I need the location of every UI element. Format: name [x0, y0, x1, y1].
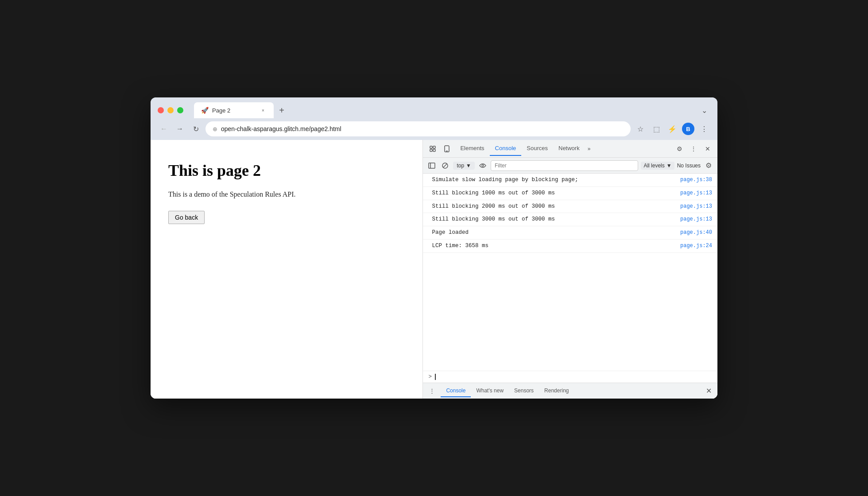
profile-button[interactable]: B — [682, 123, 694, 135]
console-message: Still blocking 2000 ms out of 3000 ms — [432, 202, 555, 211]
console-eye-button[interactable] — [477, 160, 488, 171]
svg-rect-0 — [430, 146, 432, 148]
svg-point-10 — [482, 165, 484, 167]
reload-button[interactable]: ↻ — [190, 123, 202, 135]
back-button[interactable]: ← — [158, 123, 170, 135]
svg-line-9 — [443, 164, 447, 167]
tab-sources[interactable]: Sources — [521, 141, 553, 156]
console-issues-label: No Issues — [677, 163, 701, 169]
tab-elements[interactable]: Elements — [455, 141, 489, 156]
console-message: Page loaded — [432, 229, 469, 237]
console-message: Still blocking 1000 ms out of 3000 ms — [432, 189, 555, 198]
devtools-close-button[interactable]: ✕ — [701, 143, 714, 155]
devtools-bottom-tabs: Console What's new Sensors Rendering — [441, 385, 703, 397]
address-url: open-chalk-asparagus.glitch.me/page2.htm… — [221, 125, 624, 132]
console-filter-input[interactable] — [491, 160, 638, 171]
devtools-top-bar: Elements Console Sources Network » ⚙ ⋮ ✕ — [423, 140, 717, 158]
chevron-down-icon: ▼ — [666, 163, 672, 169]
console-prompt: > — [428, 374, 432, 380]
console-cursor — [434, 374, 436, 380]
console-row: LCP time: 3658 mspage.js:24 — [423, 240, 717, 253]
bookmark-button[interactable]: ☆ — [634, 123, 647, 135]
device-toolbar-icon[interactable] — [441, 143, 453, 155]
title-bar: 🚀 Page 2 × + ⌄ — [151, 97, 717, 119]
console-source-link[interactable]: page.js:13 — [680, 189, 712, 197]
new-tab-button[interactable]: + — [275, 104, 288, 116]
go-back-button[interactable]: Go back — [168, 211, 205, 224]
devtools-more-options-button[interactable]: ⋮ — [687, 143, 700, 155]
bottom-more-button[interactable]: ⋮ — [426, 386, 437, 396]
console-toolbar: top ▼ All levels ▼ No Issues ⚙ — [423, 158, 717, 174]
tab-dropdown-button[interactable]: ⌄ — [698, 104, 710, 116]
console-row: Simulate slow loading page by blocking p… — [423, 174, 717, 187]
svg-rect-3 — [433, 149, 435, 151]
devtools-settings-button[interactable]: ⚙ — [673, 143, 686, 155]
console-output: Simulate slow loading page by blocking p… — [423, 174, 717, 371]
console-settings-button[interactable]: ⚙ — [703, 160, 714, 171]
inspect-element-icon[interactable] — [426, 143, 439, 155]
devtools-settings-group: ⚙ ⋮ ✕ — [673, 143, 714, 155]
console-row: Still blocking 1000 ms out of 3000 mspag… — [423, 187, 717, 200]
page-content: This is page 2 This is a demo of the Spe… — [151, 140, 422, 399]
extensions-button[interactable]: ⬚ — [650, 123, 663, 135]
traffic-lights — [158, 107, 183, 113]
console-message: Still blocking 3000 ms out of 3000 ms — [432, 215, 555, 224]
console-context-selector[interactable]: top ▼ — [453, 162, 475, 170]
tab-favicon: 🚀 — [201, 107, 209, 114]
svg-rect-6 — [429, 163, 435, 168]
address-bar[interactable]: ⊕ open-chalk-asparagus.glitch.me/page2.h… — [205, 121, 631, 136]
console-input-row[interactable]: > — [423, 371, 717, 383]
console-level-selector[interactable]: All levels ▼ — [641, 162, 674, 170]
devtools-tabs: Elements Console Sources Network » — [455, 141, 673, 156]
active-tab[interactable]: 🚀 Page 2 × — [194, 102, 274, 118]
browser-window: 🚀 Page 2 × + ⌄ ← → ↻ ⊕ open-chalk-aspara… — [151, 97, 717, 399]
tab-console[interactable]: Console — [490, 141, 522, 156]
toolbar-actions: ☆ ⬚ ⚡ B ⋮ — [634, 123, 710, 135]
bottom-tab-console[interactable]: Console — [441, 385, 471, 397]
devtools-bottom-bar: ⋮ Console What's new Sensors Rendering ✕ — [423, 383, 717, 399]
console-source-link[interactable]: page.js:38 — [680, 176, 712, 184]
chevron-down-icon: ▼ — [466, 163, 471, 169]
maximize-window-button[interactable] — [177, 107, 183, 113]
devtools-icon-group — [426, 143, 453, 155]
bottom-tab-whats-new[interactable]: What's new — [471, 385, 509, 397]
console-message: Simulate slow loading page by blocking p… — [432, 176, 578, 184]
console-message: LCP time: 3658 ms — [432, 242, 488, 250]
main-area: This is page 2 This is a demo of the Spe… — [151, 140, 717, 399]
console-source-link[interactable]: page.js:24 — [680, 242, 712, 250]
address-security-icon: ⊕ — [213, 126, 217, 132]
console-source-link[interactable]: page.js:13 — [680, 202, 712, 210]
chrome-menu-button[interactable]: ⋮ — [698, 123, 710, 135]
close-window-button[interactable] — [158, 107, 164, 113]
devtools-panel: Elements Console Sources Network » ⚙ ⋮ ✕ — [422, 140, 717, 399]
tab-bar: 🚀 Page 2 × + — [194, 102, 693, 118]
console-level-label: All levels — [643, 163, 664, 169]
console-clear-button[interactable] — [440, 160, 450, 171]
console-source-link[interactable]: page.js:40 — [680, 229, 712, 236]
console-row: Page loadedpage.js:40 — [423, 226, 717, 240]
console-row: Still blocking 2000 ms out of 3000 mspag… — [423, 200, 717, 213]
forward-button[interactable]: → — [174, 123, 186, 135]
bottom-tab-rendering[interactable]: Rendering — [539, 385, 574, 397]
page-description: This is a demo of the Speculation Rules … — [168, 190, 405, 198]
console-row: Still blocking 3000 ms out of 3000 mspag… — [423, 213, 717, 226]
tab-close-button[interactable]: × — [260, 107, 267, 114]
page-heading: This is page 2 — [168, 161, 405, 180]
console-source-link[interactable]: page.js:13 — [680, 215, 712, 223]
tab-network[interactable]: Network — [553, 141, 585, 156]
svg-rect-1 — [430, 149, 432, 151]
tab-title: Page 2 — [212, 107, 256, 114]
console-sidebar-button[interactable] — [426, 160, 437, 171]
more-tabs-button[interactable]: » — [585, 144, 593, 154]
console-context-label: top — [457, 163, 464, 169]
minimize-window-button[interactable] — [167, 107, 174, 113]
bottom-tab-sensors[interactable]: Sensors — [509, 385, 539, 397]
svg-rect-2 — [433, 146, 435, 148]
toolbar: ← → ↻ ⊕ open-chalk-asparagus.glitch.me/p… — [151, 119, 717, 140]
performance-button[interactable]: ⚡ — [666, 123, 678, 135]
bottom-close-button[interactable]: ✕ — [703, 386, 714, 396]
